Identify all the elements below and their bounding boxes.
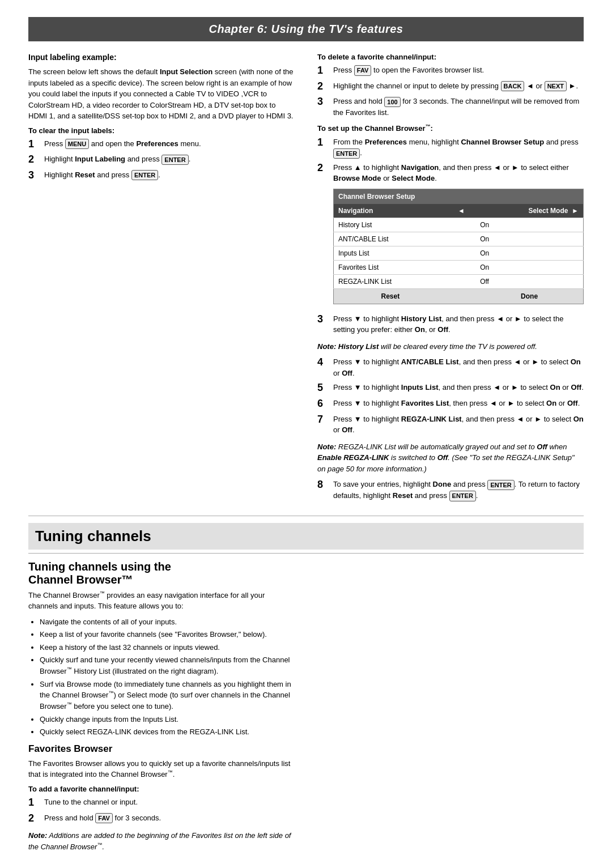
table-row: REGZA-LINK ListOff [334, 274, 584, 288]
note-additions: Note: Additions are added to the beginni… [28, 830, 295, 852]
chapter-header: Chapter 6: Using the TV's features [28, 17, 584, 41]
favorites-browser-heading: Favorites Browser [28, 743, 295, 755]
add-fav-heading: To add a favorite channel/input: [28, 785, 295, 793]
nav-label: Navigation [334, 204, 447, 218]
bullet-5: Surf via Browse mode (to immediately tun… [40, 679, 295, 712]
input-labeling-heading: Input labeling example: [28, 53, 295, 62]
table-row: History ListOn [334, 218, 584, 232]
table-title: Channel Browser Setup [334, 189, 584, 204]
cbs-step-7: 7 Press ▼ to highlight REGZA-LINK List, … [317, 414, 584, 436]
add-fav-step-1: 1 Tune to the channel or input. [28, 797, 295, 809]
del-step-2: 2 Highlight the channel or input to dele… [317, 80, 584, 93]
table-row: Favorites ListOn [334, 260, 584, 274]
add-fav-step-2: 2 Press and hold FAV for 3 seconds. [28, 812, 295, 825]
nav-row: Navigation ◄ Select Mode ► [334, 204, 584, 218]
enter-key-2: ENTER [131, 170, 158, 180]
menu-key: MENU [65, 139, 89, 149]
divider-1 [28, 516, 584, 516]
cbs-step-3: 3 Press ▼ to highlight History List, and… [317, 313, 584, 335]
cbs-step-4: 4 Press ▼ to highlight ANT/CABLE List, a… [317, 356, 584, 378]
channel-browser-table: Channel Browser Setup Navigation ◄ Selec… [333, 189, 584, 304]
enter-key-4: ENTER [487, 480, 514, 490]
add-fav-steps: 1 Tune to the channel or input. 2 Press … [28, 797, 295, 824]
channel-browser-setup-steps-3: 8 To save your entries, highlight Done a… [317, 479, 584, 501]
next-key: NEXT [545, 81, 567, 91]
enter-key-5: ENTER [449, 491, 476, 501]
channel-browser-desc: The Channel Browser™ provides an easy na… [28, 590, 295, 612]
enter-key-3: ENTER [333, 148, 360, 159]
left-column-bottom: Tuning channels using the Channel Browse… [28, 560, 295, 857]
table-row: ANT/CABLE ListOn [334, 232, 584, 246]
right-column-bottom [317, 560, 584, 857]
delete-fav-steps: 1 Press FAV to open the Favorites browse… [317, 65, 584, 118]
note-history: Note: History List will be cleared every… [317, 341, 584, 352]
bullet-3: Keep a history of the last 32 channels o… [40, 642, 295, 653]
nav-value: Select Mode ► [475, 204, 583, 218]
bullet-7: Quickly select REGZA-LINK devices from t… [40, 726, 295, 738]
clear-input-steps: 1 Press MENU and open the Preferences me… [28, 138, 295, 182]
nav-arrow-left: ◄ [447, 204, 476, 218]
left-column-top: Input labeling example: The screen below… [28, 53, 295, 507]
table-row: Inputs ListOn [334, 246, 584, 260]
cbs-step-2: 2 Press ▲ to highlight Navigation, and t… [317, 162, 584, 310]
feature-list: Navigate the contents of all of your inp… [28, 616, 295, 738]
back-key: BACK [501, 81, 525, 91]
cbs-step-8: 8 To save your entries, highlight Done a… [317, 479, 584, 501]
step-1: 1 Press MENU and open the Preferences me… [28, 138, 295, 151]
bullet-2: Keep a list of your favorite channels (s… [40, 629, 295, 640]
note-regza: Note: REGZA-LINK List will be automatica… [317, 441, 584, 475]
channel-browser-setup-steps: 1 From the Preferences menu, highlight C… [317, 137, 584, 335]
cbs-step-5: 5 Press ▼ to highlight Inputs List, and … [317, 382, 584, 394]
chapter-title: Chapter 6: Using the TV's features [209, 23, 403, 35]
bullet-6: Quickly change inputs from the Inputs Li… [40, 714, 295, 725]
fav-key: FAV [354, 65, 372, 75]
enter-key: ENTER [162, 155, 188, 165]
cbs-step-1: 1 From the Preferences menu, highlight C… [317, 137, 584, 159]
delete-fav-heading: To delete a favorite channel/input: [317, 53, 584, 61]
channel-browser-setup-heading: To set up the Channel Browser™: [317, 124, 584, 133]
bullet-4: Quickly surf and tune your recently view… [40, 654, 295, 676]
fav-key-2: FAV [95, 813, 113, 823]
100-key: 100 [384, 97, 400, 107]
divider-2 [28, 553, 584, 554]
cbs-step-6: 6 Press ▼ to highlight Favorites List, t… [317, 398, 584, 410]
clear-input-heading: To clear the input labels: [28, 126, 295, 135]
right-column-top: To delete a favorite channel/input: 1 Pr… [317, 53, 584, 507]
del-step-1: 1 Press FAV to open the Favorites browse… [317, 65, 584, 77]
table-footer-row: ResetDone [334, 288, 584, 304]
channel-browser-setup-steps-2: 4 Press ▼ to highlight ANT/CABLE List, a… [317, 356, 584, 435]
step-3: 3 Highlight Reset and press ENTER. [28, 169, 295, 182]
tuning-channels-title: Tuning channels [28, 523, 584, 550]
bullet-1: Navigate the contents of all of your inp… [40, 616, 295, 628]
favorites-browser-desc: The Favorites Browser allows you to quic… [28, 758, 295, 780]
subsection-title: Tuning channels using the Channel Browse… [28, 560, 295, 586]
step-2: 2 Highlight Input Labeling and press ENT… [28, 154, 295, 166]
input-labeling-desc: The screen below left shows the default … [28, 66, 295, 122]
add-fav-step-1-text: Tune to the channel or input. [44, 797, 295, 808]
del-step-3: 3 Press and hold 100 for 3 seconds. The … [317, 96, 584, 118]
